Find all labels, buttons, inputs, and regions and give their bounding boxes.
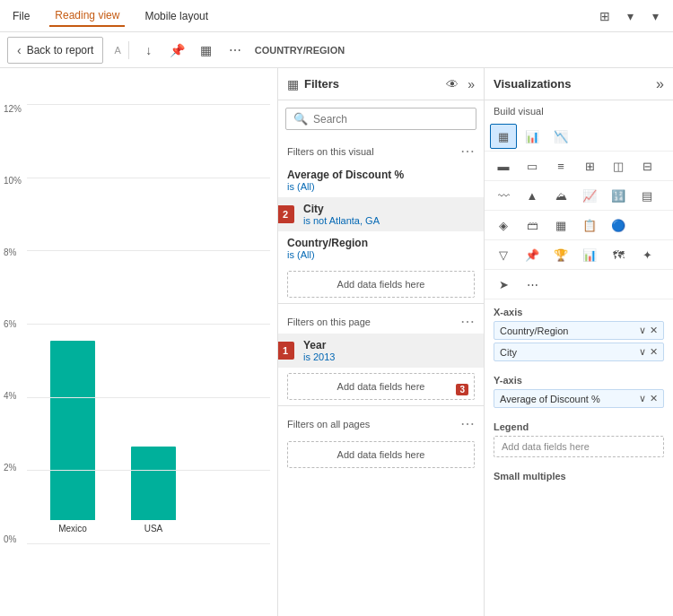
menu-icon-layout[interactable]: ⊞: [594, 5, 616, 27]
back-to-report-button[interactable]: ‹ Back to report: [7, 37, 103, 64]
x-field-country-remove[interactable]: ✕: [650, 325, 658, 336]
visual-filters-more[interactable]: ⋯: [460, 143, 475, 160]
chart-content: 0% 2% 4% 6% 8% 10% 12% Mexico USA: [0, 68, 277, 589]
y-field-discount-remove[interactable]: ✕: [650, 393, 658, 404]
search-box: 🔍: [285, 108, 476, 130]
viz-icon-5-1[interactable]: ▽: [490, 242, 517, 267]
toolbar: ‹ Back to report A ↓ 📌 ▦ ⋯ COUNTRY/REGIO…: [0, 32, 673, 68]
viz-icon-5-2[interactable]: 📌: [519, 242, 546, 267]
add-page-fields-btn[interactable]: Add data fields here 3: [287, 373, 475, 400]
menu-icon-dropdown[interactable]: ▾: [619, 5, 641, 27]
viz-icon-5-4[interactable]: 📊: [576, 242, 603, 267]
filter-year-title: Year: [303, 339, 475, 351]
y-label-10: 10%: [4, 176, 22, 186]
viz-expand-icon[interactable]: »: [656, 76, 664, 92]
viz-icon-5-5[interactable]: 🗺: [605, 242, 632, 267]
viz-icon-2-5[interactable]: ◫: [605, 153, 632, 178]
viz-icon-2-4[interactable]: ⊞: [576, 153, 603, 178]
page-filters-label: Filters on this page ⋯: [278, 308, 484, 334]
viz-icon-3-2[interactable]: ▲: [519, 183, 546, 208]
viz-icon-2-6[interactable]: ⊟: [634, 153, 660, 178]
viz-icons-row-2: ▬ ▭ ≡ ⊞ ◫ ⊟: [485, 152, 673, 181]
filter-expand-icon[interactable]: »: [468, 77, 475, 91]
viz-icon-chart3[interactable]: 📉: [547, 124, 574, 149]
menu-mobile-layout[interactable]: Mobile layout: [139, 6, 214, 26]
viz-icon-bar[interactable]: 📊: [519, 124, 546, 149]
small-multiples-label: Small multiples: [494, 471, 664, 482]
y-field-discount-label: Average of Discount %: [500, 394, 600, 404]
add-all-pages-fields-btn[interactable]: Add data fields here: [287, 441, 475, 468]
page-filters-text: Filters on this page: [287, 317, 371, 327]
all-pages-text: Filters on all pages: [287, 419, 370, 429]
filter-year[interactable]: 1 Year is 2013: [278, 334, 484, 368]
viz-icon-2-2[interactable]: ▭: [519, 153, 546, 178]
bar-usa: USA: [131, 447, 176, 534]
main-layout: 0% 2% 4% 6% 8% 10% 12% Mexico USA: [0, 68, 673, 616]
filter-discount[interactable]: Average of Discount % is (All): [278, 163, 484, 197]
viz-icon-4-4[interactable]: 📋: [576, 213, 603, 238]
x-field-country-actions: ∨ ✕: [639, 325, 658, 336]
y-axis-section: Y-axis Average of Discount % ∨ ✕: [485, 368, 673, 414]
toolbar-filter-icon[interactable]: ▦: [194, 38, 219, 63]
bar-mexico: Mexico: [50, 341, 95, 534]
y-field-discount-actions: ∨ ✕: [639, 393, 658, 404]
filter-country-sub: is (All): [287, 249, 475, 260]
legend-section: Legend Add data fields here: [485, 414, 673, 464]
filter-country-visual[interactable]: Country/Region is (All): [278, 231, 484, 265]
city-badge: 2: [278, 205, 294, 223]
visual-filters-label: Filters on this visual ⋯: [278, 137, 484, 163]
viz-icon-4-3[interactable]: ▦: [547, 213, 574, 238]
legend-add-field[interactable]: Add data fields here: [494, 436, 664, 457]
menu-icon-dropdown2[interactable]: ▾: [644, 5, 666, 27]
add-visual-fields-btn[interactable]: Add data fields here: [287, 271, 475, 298]
bar-mexico-rect: [50, 341, 95, 520]
small-multiples-section: Small multiples: [485, 464, 673, 489]
legend-label: Legend: [494, 421, 664, 432]
x-field-city-chevron[interactable]: ∨: [639, 346, 646, 358]
page-filters-more[interactable]: ⋯: [460, 313, 475, 330]
viz-icon-5-6[interactable]: ✦: [634, 242, 660, 267]
report-label: A: [114, 45, 120, 56]
x-field-city-remove[interactable]: ✕: [650, 346, 658, 358]
toolbar-more-icon[interactable]: ⋯: [223, 38, 248, 63]
x-field-city-label: City: [500, 347, 517, 358]
viz-icon-4-5[interactable]: 🔵: [605, 213, 632, 238]
back-label: Back to report: [27, 44, 94, 56]
year-badge: 1: [278, 342, 294, 360]
viz-icon-3-3[interactable]: ⛰: [547, 183, 574, 208]
x-field-country-chevron[interactable]: ∨: [639, 325, 646, 336]
filter-funnel-icon: ▦: [287, 77, 299, 91]
menu-icons: ⊞ ▾ ▾: [594, 5, 666, 27]
viz-icon-3-6[interactable]: ▤: [634, 183, 660, 208]
filter-eye-icon[interactable]: 👁: [446, 77, 459, 91]
menu-reading-view[interactable]: Reading view: [49, 5, 125, 27]
x-field-country: Country/Region ∨ ✕: [494, 321, 664, 340]
viz-icon-2-1[interactable]: ▬: [490, 153, 517, 178]
viz-icon-3-1[interactable]: 〰: [490, 183, 517, 208]
menu-file[interactable]: File: [7, 6, 35, 26]
y-label-4: 4%: [4, 391, 22, 401]
chart-area: 0% 2% 4% 6% 8% 10% 12% Mexico USA: [0, 68, 278, 616]
viz-icon-table[interactable]: ▦: [490, 124, 517, 149]
toolbar-pin-icon[interactable]: 📌: [165, 38, 190, 63]
toolbar-separator: [128, 41, 129, 59]
viz-icons-row-3: 〰 ▲ ⛰ 📈 🔢 ▤: [485, 181, 673, 211]
viz-icon-6-1[interactable]: ➤: [490, 272, 517, 297]
y-axis-label: Y-axis: [494, 375, 664, 386]
filter-city[interactable]: 2 City is not Atlanta, GA: [278, 197, 484, 231]
viz-header: Visualizations »: [485, 68, 673, 100]
all-pages-more[interactable]: ⋯: [460, 415, 475, 432]
viz-icon-3-4[interactable]: 📈: [576, 183, 603, 208]
y-label-2: 2%: [4, 463, 22, 473]
viz-icon-5-3[interactable]: 🏆: [547, 242, 574, 267]
filter-discount-title: Average of Discount %: [287, 169, 475, 181]
viz-icon-more[interactable]: ⋯: [519, 272, 546, 297]
toolbar-download-icon[interactable]: ↓: [136, 38, 162, 63]
search-input[interactable]: [313, 113, 468, 126]
viz-icons-row-6: ➤ ⋯: [485, 270, 673, 299]
y-field-discount-chevron[interactable]: ∨: [639, 393, 646, 404]
viz-icon-2-3[interactable]: ≡: [547, 153, 574, 178]
viz-icon-4-1[interactable]: ◈: [490, 213, 517, 238]
viz-icon-3-5[interactable]: 🔢: [605, 183, 632, 208]
viz-icon-4-2[interactable]: 🗃: [519, 213, 546, 238]
